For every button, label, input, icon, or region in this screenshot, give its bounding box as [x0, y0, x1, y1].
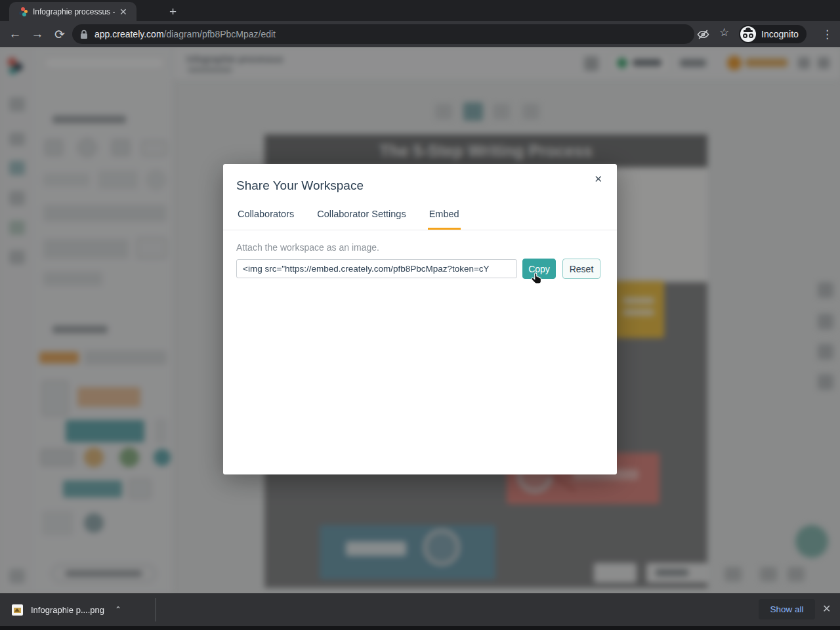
embed-description: Attach the workspace as an image. — [236, 242, 379, 253]
shelf-close-icon[interactable]: ✕ — [822, 602, 831, 615]
download-file-name: Infographie p....png — [31, 605, 104, 615]
bottom-strip — [0, 626, 840, 630]
modal-tabs: Collaborators Collaborator Settings Embe… — [223, 203, 617, 230]
tab-close-icon[interactable]: ✕ — [119, 7, 127, 16]
tab-embed[interactable]: Embed — [428, 203, 461, 230]
mouse-cursor-icon — [530, 272, 545, 289]
shelf-divider — [156, 598, 156, 621]
download-item[interactable]: Infographie p....png ⌃ — [7, 598, 127, 621]
tab-title: Infographie processus - Cre — [33, 7, 117, 16]
page-viewport: Infographie processus The 5-Step Writing… — [0, 47, 840, 593]
browser-toolbar: ← → ⟳ app.creately.com/diagram/pfb8PbcMp… — [0, 21, 840, 47]
lock-icon — [80, 30, 88, 39]
url-path: /diagram/pfb8PbcMpaz/edit — [164, 29, 276, 39]
modal-close-icon[interactable]: ✕ — [594, 173, 602, 185]
incognito-icon — [740, 26, 756, 42]
incognito-label: Incognito — [761, 29, 799, 39]
reset-button[interactable]: Reset — [562, 259, 600, 279]
tab-collaborator-settings[interactable]: Collaborator Settings — [316, 203, 407, 230]
download-shelf: Infographie p....png ⌃ Show all ✕ — [0, 593, 840, 626]
bookmark-star-icon[interactable]: ☆ — [719, 26, 729, 39]
forward-icon[interactable]: → — [26, 27, 49, 41]
modal-title: Share Your Workspace — [236, 178, 364, 193]
chevron-up-icon[interactable]: ⌃ — [115, 605, 121, 614]
browser-menu-icon[interactable]: ⋮ — [822, 28, 833, 41]
browser-tab[interactable]: Infographie processus - Cre ✕ — [9, 2, 136, 21]
tab-strip: Infographie processus - Cre ✕ + — [0, 0, 840, 21]
tab-collaborators[interactable]: Collaborators — [236, 203, 295, 230]
url-bar[interactable]: app.creately.com/diagram/pfb8PbcMpaz/edi… — [72, 24, 694, 44]
incognito-badge[interactable]: Incognito — [739, 25, 807, 43]
new-tab-button[interactable]: + — [169, 5, 177, 19]
image-file-icon — [12, 604, 23, 616]
reload-icon[interactable]: ⟳ — [49, 27, 71, 42]
show-all-button[interactable]: Show all — [759, 599, 815, 620]
browser-chrome: Infographie processus - Cre ✕ + ← → ⟳ ap… — [0, 0, 840, 47]
back-icon[interactable]: ← — [4, 27, 26, 41]
url-domain: app.creately.com — [94, 29, 164, 39]
creately-favicon-icon — [18, 7, 28, 16]
share-workspace-modal: Share Your Workspace ✕ Collaborators Col… — [223, 164, 617, 474]
embed-code-input[interactable] — [236, 259, 517, 278]
eye-off-icon[interactable] — [697, 28, 709, 43]
